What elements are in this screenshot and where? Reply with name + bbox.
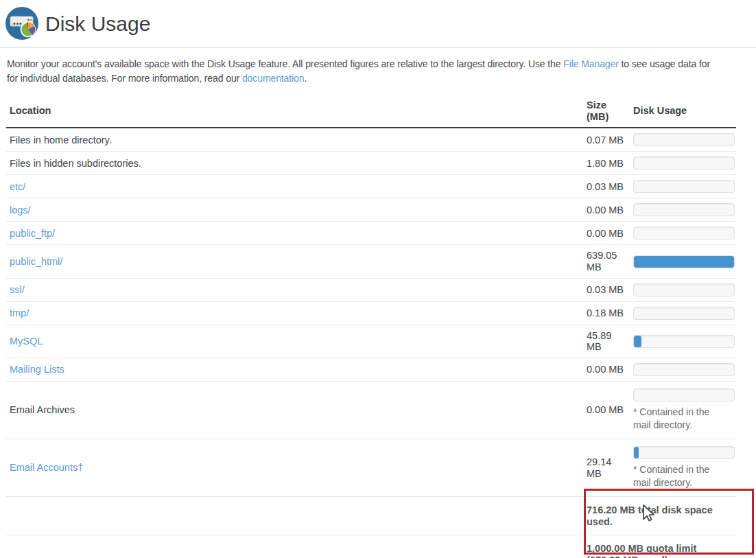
- size-value: 0.07 MB: [580, 128, 628, 152]
- location-cell: logs/: [6, 198, 580, 222]
- description-line-1: Monitor your account's available space w…: [7, 57, 756, 71]
- disk-usage-bar: [633, 363, 735, 376]
- description-line-2: for individual databases. For more infor…: [7, 71, 756, 86]
- column-header-size: Size (MB): [580, 95, 628, 128]
- table-row: Mailing Lists0.00 MB: [6, 358, 736, 382]
- description-text: .: [304, 73, 307, 84]
- disk-usage-cell: [628, 278, 736, 301]
- disk-usage-bar: [633, 388, 735, 402]
- quota-limit-cell: 1,000.00 MB quota limit (670.23 MB used)…: [580, 535, 736, 558]
- table-row: MySQL45.89 MB: [6, 325, 736, 358]
- location-cell: MySQL: [6, 325, 580, 358]
- disk-usage-cell: * Contained in the mail directory.: [628, 382, 736, 439]
- table-row: tmp/0.18 MB: [6, 301, 736, 325]
- total-disk-space-row: 716.20 MB total disk space used.: [6, 497, 736, 535]
- column-header-disk-usage: Disk Usage: [628, 95, 736, 128]
- disk-usage-bar: [633, 335, 735, 348]
- disk-usage-bar-fill: [634, 447, 639, 458]
- table-row: ssl/0.03 MB: [6, 278, 736, 301]
- disk-usage-bar-fill: [634, 336, 641, 347]
- size-value: 0.18 MB: [580, 301, 628, 325]
- page-header: Disk Usage: [0, 0, 756, 48]
- disk-usage-cell: [628, 128, 736, 152]
- disk-usage-table: Location Size (MB) Disk Usage Files in h…: [6, 95, 736, 558]
- table-row: Files in hidden subdirectories.1.80 MB: [6, 152, 736, 175]
- location-link[interactable]: public_html/: [10, 256, 62, 267]
- location-link[interactable]: tmp/: [10, 307, 29, 318]
- location-cell: ssl/: [6, 278, 580, 301]
- table-row: public_html/639.05 MB: [6, 245, 736, 278]
- disk-usage-bar: [633, 226, 735, 240]
- empty-cell: [6, 535, 580, 558]
- location-link[interactable]: public_ftp/: [10, 228, 55, 239]
- total-disk-space-used: 716.20 MB total disk space used.: [587, 504, 724, 527]
- location-label: Files in hidden subdirectories.: [6, 152, 580, 175]
- description: Monitor your account's available space w…: [0, 48, 756, 86]
- quota-limit-row: 1,000.00 MB quota limit (670.23 MB used)…: [6, 535, 736, 558]
- location-cell: public_html/: [6, 245, 580, 278]
- contained-in-mail-note: * Contained in the mail directory.: [633, 406, 729, 432]
- location-link[interactable]: etc/: [10, 181, 25, 192]
- total-disk-space-cell: 716.20 MB total disk space used.: [580, 497, 736, 535]
- table-row: public_ftp/0.00 MB: [6, 222, 736, 245]
- disk-usage-page: { "header": { "title": "Disk Usage" }, "…: [0, 0, 756, 558]
- disk-usage-bar: [633, 203, 735, 216]
- disk-usage-cell: * Contained in the mail directory.: [628, 439, 736, 497]
- size-value: 0.00 MB: [580, 358, 628, 382]
- disk-usage-cell: [628, 358, 736, 382]
- location-link[interactable]: ssl/: [10, 284, 25, 295]
- disk-usage-cell: [628, 301, 736, 325]
- table-body: Files in home directory.0.07 MBFiles in …: [6, 128, 736, 496]
- table-row: Files in home directory.0.07 MB: [6, 128, 736, 152]
- location-cell: public_ftp/: [6, 222, 580, 245]
- empty-cell: [6, 497, 580, 535]
- disk-usage-bar: [633, 307, 735, 320]
- size-value: 0.03 MB: [580, 175, 628, 198]
- disk-usage-bar: [633, 180, 735, 193]
- contained-in-mail-note: * Contained in the mail directory.: [633, 463, 729, 489]
- table-footer: 716.20 MB total disk space used. 1,000.0…: [6, 497, 736, 558]
- disk-usage-bar-fill: [634, 256, 734, 268]
- location-link[interactable]: MySQL: [10, 336, 43, 347]
- table-row: Email Accounts†29.14 MB* Contained in th…: [6, 439, 736, 497]
- description-text: to see usage data for: [619, 58, 710, 69]
- table-header: Location Size (MB) Disk Usage: [6, 95, 736, 128]
- location-label: Email Archives: [6, 382, 580, 439]
- file-manager-link[interactable]: File Manager: [563, 58, 619, 69]
- table-row: etc/0.03 MB: [6, 175, 736, 198]
- quota-limit: 1,000.00 MB quota limit (670.23 MB used)…: [587, 543, 724, 558]
- location-label: Files in home directory.: [6, 128, 580, 152]
- disk-usage-cell: [628, 175, 736, 198]
- location-link[interactable]: logs/: [10, 205, 31, 216]
- description-text: for individual databases. For more infor…: [7, 73, 242, 84]
- disk-usage-bar: [633, 283, 735, 297]
- page-title: Disk Usage: [45, 12, 150, 35]
- disk-usage-bar: [633, 446, 735, 459]
- location-cell: tmp/: [6, 301, 580, 325]
- size-value: 0.00 MB: [580, 198, 628, 222]
- disk-usage-bar: [633, 156, 735, 170]
- location-link[interactable]: Email Accounts†: [10, 462, 83, 473]
- disk-usage-cell: [628, 245, 736, 278]
- location-cell: etc/: [6, 175, 580, 198]
- location-cell: Email Accounts†: [6, 439, 580, 497]
- description-text: Monitor your account's available space w…: [7, 58, 563, 69]
- column-header-location: Location: [6, 95, 580, 128]
- table-row: Email Archives0.00 MB* Contained in the …: [6, 382, 736, 439]
- table-row: logs/0.00 MB: [6, 198, 736, 222]
- size-value: 639.05 MB: [580, 245, 628, 278]
- disk-usage-icon: [5, 7, 38, 40]
- size-value: 0.00 MB: [580, 382, 628, 439]
- size-value: 0.03 MB: [580, 278, 628, 301]
- disk-usage-bar: [633, 133, 735, 146]
- disk-usage-cell: [628, 325, 736, 358]
- disk-usage-cell: [628, 198, 736, 222]
- disk-usage-bar: [633, 255, 735, 268]
- size-value: 29.14 MB: [580, 439, 628, 497]
- disk-usage-cell: [628, 222, 736, 245]
- documentation-link[interactable]: documentation: [242, 73, 305, 84]
- location-link[interactable]: Mailing Lists: [10, 364, 64, 375]
- size-value: 45.89 MB: [580, 325, 628, 358]
- size-value: 1.80 MB: [580, 152, 628, 175]
- disk-usage-cell: [628, 152, 736, 175]
